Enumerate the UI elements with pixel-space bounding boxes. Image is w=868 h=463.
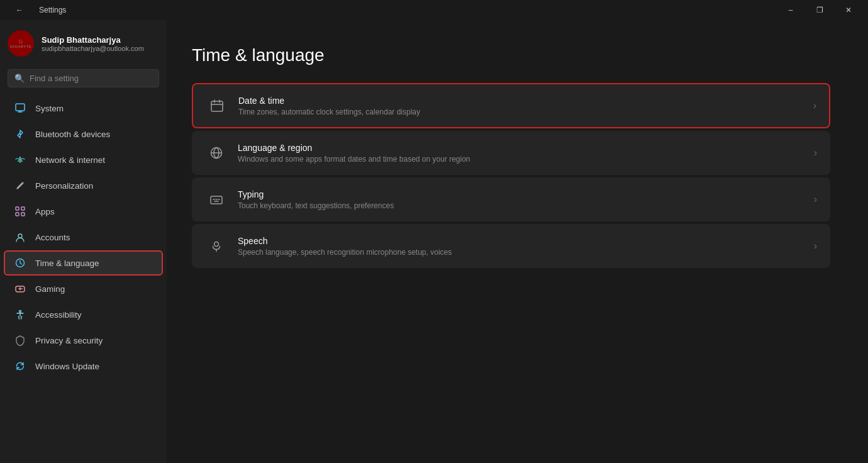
sidebar-item-label-time: Time & language bbox=[35, 259, 153, 268]
svg-rect-3 bbox=[16, 213, 19, 216]
card-subtitle-typing: Touch keyboard, text suggestions, prefer… bbox=[238, 201, 814, 210]
nav-list: System Bluetooth & devices Network & int… bbox=[0, 95, 167, 379]
time-icon bbox=[14, 257, 26, 269]
minimize-button[interactable]: – bbox=[776, 0, 805, 20]
card-subtitle-date-time: Time zones, automatic clock settings, ca… bbox=[238, 108, 813, 116]
sidebar-item-gaming[interactable]: Gaming bbox=[4, 276, 163, 301]
sidebar-item-label-update: Windows Update bbox=[35, 362, 153, 371]
sidebar-item-accessibility[interactable]: Accessibility bbox=[4, 302, 163, 327]
sidebar: G GIGABYTE Sudip Bhattacharjya sudipbhat… bbox=[0, 20, 167, 463]
card-typing[interactable]: Typing Touch keyboard, text suggestions,… bbox=[192, 177, 830, 221]
apps-icon bbox=[14, 205, 26, 218]
accessibility-icon bbox=[14, 308, 26, 321]
chevron-icon-language-region: › bbox=[814, 147, 817, 159]
titlebar-controls: – ❐ ✕ bbox=[776, 0, 863, 20]
update-icon bbox=[14, 360, 26, 372]
sidebar-item-network[interactable]: Network & internet bbox=[4, 147, 163, 172]
maximize-button[interactable]: ❐ bbox=[805, 0, 834, 20]
speech-icon bbox=[205, 235, 228, 257]
sidebar-item-label-bluetooth: Bluetooth & devices bbox=[35, 130, 153, 139]
chevron-icon-speech: › bbox=[814, 240, 817, 252]
svg-rect-12 bbox=[211, 196, 222, 204]
sidebar-item-privacy[interactable]: Privacy & security bbox=[4, 328, 163, 353]
svg-point-9 bbox=[19, 311, 21, 313]
search-container: 🔍 bbox=[0, 67, 167, 95]
back-button[interactable]: ← bbox=[5, 0, 34, 20]
close-button[interactable]: ✕ bbox=[834, 0, 863, 20]
card-title-speech: Speech bbox=[238, 236, 814, 246]
sidebar-item-accounts[interactable]: Accounts bbox=[4, 225, 163, 250]
card-title-typing: Typing bbox=[238, 189, 814, 199]
sidebar-item-label-accounts: Accounts bbox=[35, 233, 153, 242]
card-speech[interactable]: Speech Speech language, speech recogniti… bbox=[192, 224, 830, 268]
svg-rect-10 bbox=[211, 101, 223, 111]
sidebar-item-label-personalization: Personalization bbox=[35, 181, 153, 191]
titlebar: ← Settings – ❐ ✕ bbox=[0, 0, 868, 20]
privacy-icon bbox=[14, 334, 26, 347]
user-profile[interactable]: G GIGABYTE Sudip Bhattacharjya sudipbhat… bbox=[0, 20, 167, 67]
user-name: Sudip Bhattacharjya bbox=[42, 35, 144, 45]
card-date-time[interactable]: Date & time Time zones, automatic clock … bbox=[192, 83, 830, 128]
titlebar-title: Settings bbox=[39, 6, 66, 14]
network-icon bbox=[14, 153, 26, 166]
chevron-icon-date-time: › bbox=[813, 100, 816, 111]
app-container: G GIGABYTE Sudip Bhattacharjya sudipbhat… bbox=[0, 20, 868, 463]
user-info: Sudip Bhattacharjya sudipbhattacharjya@o… bbox=[42, 35, 144, 52]
card-text-date-time: Date & time Time zones, automatic clock … bbox=[238, 96, 813, 116]
svg-rect-1 bbox=[16, 207, 19, 210]
svg-rect-2 bbox=[21, 207, 25, 210]
titlebar-left: ← Settings bbox=[5, 0, 66, 20]
sidebar-item-time[interactable]: Time & language bbox=[4, 250, 163, 276]
chevron-icon-typing: › bbox=[814, 194, 817, 205]
sidebar-item-label-privacy: Privacy & security bbox=[35, 336, 153, 345]
card-title-date-time: Date & time bbox=[238, 96, 813, 106]
card-text-typing: Typing Touch keyboard, text suggestions,… bbox=[238, 189, 814, 210]
svg-rect-4 bbox=[21, 213, 25, 216]
svg-rect-0 bbox=[16, 104, 25, 111]
card-text-speech: Speech Speech language, speech recogniti… bbox=[238, 236, 814, 257]
accounts-icon bbox=[14, 231, 26, 243]
card-subtitle-speech: Speech language, speech recognition micr… bbox=[238, 248, 814, 257]
sidebar-item-label-gaming: Gaming bbox=[35, 284, 153, 294]
card-title-language-region: Language & region bbox=[238, 143, 814, 153]
sidebar-item-personalization[interactable]: Personalization bbox=[4, 173, 163, 198]
personalization-icon bbox=[14, 179, 26, 192]
system-icon bbox=[14, 102, 26, 114]
language-region-icon bbox=[205, 142, 228, 164]
user-email: sudipbhattacharjya@outlook.com bbox=[42, 45, 144, 52]
card-text-language-region: Language & region Windows and some apps … bbox=[238, 143, 814, 164]
sidebar-item-label-accessibility: Accessibility bbox=[35, 310, 153, 320]
cards-list: Date & time Time zones, automatic clock … bbox=[192, 83, 830, 268]
search-box: 🔍 bbox=[8, 69, 159, 87]
search-input[interactable] bbox=[30, 74, 152, 83]
sidebar-item-update[interactable]: Windows Update bbox=[4, 354, 163, 379]
avatar: G GIGABYTE bbox=[8, 30, 34, 57]
card-language-region[interactable]: Language & region Windows and some apps … bbox=[192, 131, 830, 175]
bluetooth-icon bbox=[14, 128, 26, 140]
svg-point-13 bbox=[214, 242, 219, 247]
date-time-icon bbox=[206, 94, 228, 117]
page-title: Time & language bbox=[192, 45, 830, 65]
svg-point-5 bbox=[18, 234, 22, 238]
sidebar-item-bluetooth[interactable]: Bluetooth & devices bbox=[4, 121, 163, 147]
gaming-icon bbox=[14, 282, 26, 295]
sidebar-item-label-network: Network & internet bbox=[35, 155, 153, 165]
sidebar-item-system[interactable]: System bbox=[4, 96, 163, 121]
sidebar-item-apps[interactable]: Apps bbox=[4, 199, 163, 224]
back-icon: ← bbox=[16, 6, 23, 14]
sidebar-item-label-apps: Apps bbox=[35, 207, 153, 216]
card-subtitle-language-region: Windows and some apps format dates and t… bbox=[238, 155, 814, 164]
search-icon: 🔍 bbox=[14, 74, 25, 83]
typing-icon bbox=[205, 188, 228, 211]
sidebar-item-label-system: System bbox=[35, 104, 153, 113]
svg-point-8 bbox=[22, 288, 23, 289]
main-content: Time & language Date & time Time zones, … bbox=[167, 20, 868, 463]
